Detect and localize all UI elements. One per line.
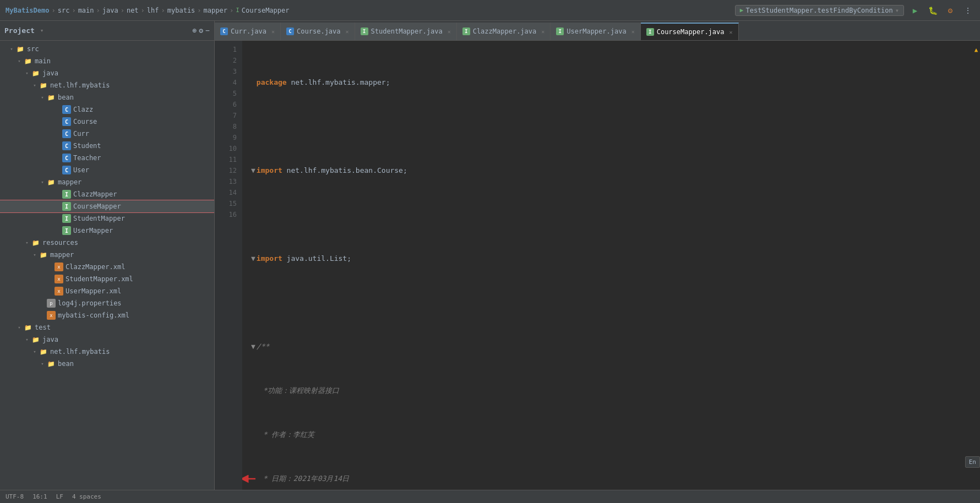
tab-close-course[interactable]: ✕ [346, 29, 349, 35]
fold-arrow-5[interactable]: ▼ [251, 253, 255, 264]
breadcrumb-project[interactable]: MyBatisDemo [6, 7, 49, 14]
tab-close-studentmapper[interactable]: ✕ [448, 29, 451, 35]
tree-item-resources[interactable]: ▾ 📁 resources [0, 237, 214, 249]
tree-item-java[interactable]: ▾ 📁 java [0, 67, 214, 79]
run-config-chevron: ▾ [895, 7, 899, 14]
tab-coursemapper[interactable]: I CourseMapper.java ✕ [641, 23, 739, 40]
status-indent[interactable]: 4 spaces [72, 493, 101, 500]
tab-course[interactable]: C Course.java ✕ [281, 23, 355, 40]
tab-usermapper[interactable]: I UserMapper.java ✕ [551, 23, 640, 40]
tree-item-usermapper[interactable]: ▸ I UserMapper [0, 225, 214, 237]
project-tree: ▾ 📁 src ▾ 📁 main ▾ 📁 java ▾ [0, 41, 214, 490]
tab-close-coursemapper[interactable]: ✕ [729, 29, 733, 35]
run-button[interactable]: ▶ [908, 4, 922, 17]
tab-label-usermapper: UserMapper.java [567, 28, 626, 35]
status-line-col[interactable]: 16:1 [32, 493, 47, 500]
tab-close-clazzmapper[interactable]: ✕ [541, 29, 545, 35]
tree-item-student[interactable]: ▸ C Student [0, 140, 214, 152]
package-icon: 📁 [39, 348, 48, 356]
fold-arrow-7[interactable]: ▼ [251, 341, 255, 352]
xml-icon: x [54, 275, 64, 283]
tab-clazzmapper[interactable]: I ClazzMapper.java ✕ [457, 23, 551, 40]
xml-icon: x [54, 287, 64, 296]
tree-item-src[interactable]: ▾ 📁 src [0, 43, 214, 55]
tree-item-studentmapper[interactable]: ▸ I StudentMapper [0, 212, 214, 225]
class-icon: C [62, 154, 72, 162]
tree-item-mybatis-config[interactable]: ▸ x mybatis-config.xml [0, 309, 214, 321]
sidebar-dropdown-arrow[interactable]: ▾ [40, 27, 44, 34]
interface-icon: I [62, 214, 72, 223]
interface-tab-icon: I [361, 28, 368, 35]
tab-close-curr[interactable]: ✕ [271, 29, 275, 35]
tree-item-curr[interactable]: ▸ C Curr [0, 128, 214, 140]
fold-arrow-3[interactable]: ▼ [251, 165, 255, 176]
tree-item-log4j[interactable]: ▸ p log4j.properties [0, 297, 214, 309]
code-content[interactable]: ▼ package net.lhf.mybatis.mapper; ▼ impo… [242, 41, 972, 490]
sidebar-tools: ⊕ ⚙ − [193, 26, 210, 35]
breadcrumb-src[interactable]: src [58, 7, 70, 14]
tree-item-mapper-res[interactable]: ▾ 📁 mapper [0, 249, 214, 261]
locate-icon[interactable]: ⊕ [193, 26, 197, 35]
tree-item-course[interactable]: ▸ C Course [0, 116, 214, 128]
run-config-label: TestStudentMapper.testFindByCondition [745, 7, 892, 14]
code-line-5: ▼ import java.util.List; [251, 253, 972, 264]
code-line-8: *功能：课程映射器接口 [251, 385, 972, 396]
code-line-10: * 日期：2021年03月14日 [251, 473, 972, 484]
breadcrumb-net[interactable]: net [127, 7, 139, 14]
class-icon: C [62, 129, 72, 138]
tab-studentmapper[interactable]: I StudentMapper.java ✕ [355, 23, 457, 40]
tree-item-usermapper-xml[interactable]: ▸ x UserMapper.xml [0, 285, 214, 297]
interface-icon: I [62, 190, 72, 199]
code-line-3: ▼ import net.lhf.mybatis.bean.Course; [251, 165, 972, 176]
tab-label-course: Course.java [297, 28, 340, 35]
breadcrumb-lhf[interactable]: lhf [147, 7, 159, 14]
tree-item-java-test[interactable]: ▾ 📁 java [0, 333, 214, 346]
tab-curr[interactable]: C Curr.java ✕ [215, 23, 281, 40]
encoding-badge: En [965, 456, 980, 468]
tree-item-package-test[interactable]: ▾ 📁 net.lhf.mybatis [0, 346, 214, 358]
top-bar: MyBatisDemo › src › main › java › net › … [0, 0, 980, 21]
xml-icon: x [54, 263, 64, 271]
tab-close-usermapper[interactable]: ✕ [631, 29, 635, 35]
build-button[interactable]: ⚙ [944, 4, 957, 17]
class-icon: C [62, 105, 72, 114]
tab-label-coursemapper: CourseMapper.java [657, 28, 725, 36]
breadcrumb-java[interactable]: java [102, 7, 118, 14]
minimize-icon[interactable]: − [205, 26, 210, 35]
tree-item-clazzmapper[interactable]: ▸ I ClazzMapper [0, 188, 214, 200]
settings-icon[interactable]: ⚙ [199, 26, 203, 35]
tree-item-coursemapper[interactable]: ▸ I CourseMapper [0, 200, 214, 212]
tree-item-bean[interactable]: ▾ 📁 bean [0, 91, 214, 103]
sidebar-header: Project ▾ ⊕ ⚙ − [0, 21, 214, 41]
run-config-dropdown[interactable]: ▶ TestStudentMapper.testFindByCondition … [735, 5, 904, 16]
tree-item-clazzmapper-xml[interactable]: ▸ x ClazzMapper.xml [0, 261, 214, 273]
status-bar: UTF-8 16:1 LF 4 spaces [0, 490, 980, 503]
status-encoding[interactable]: UTF-8 [6, 493, 24, 500]
keyword: package [257, 77, 287, 88]
tree-item-user[interactable]: ▸ C User [0, 164, 214, 176]
tab-label-studentmapper: StudentMapper.java [371, 28, 443, 35]
tree-item-main[interactable]: ▾ 📁 main [0, 55, 214, 67]
tree-item-teacher[interactable]: ▸ C Teacher [0, 152, 214, 164]
breadcrumb: MyBatisDemo › src › main › java › net › … [6, 7, 290, 14]
breadcrumb-mapper[interactable]: mapper [204, 7, 227, 14]
main-layout: Project ▾ ⊕ ⚙ − ▾ 📁 src ▾ 📁 main [0, 21, 980, 490]
breadcrumb-mybatis[interactable]: mybatis [167, 7, 195, 14]
sidebar: Project ▾ ⊕ ⚙ − ▾ 📁 src ▾ 📁 main [0, 21, 215, 490]
code-line-6 [251, 297, 972, 308]
folder-icon: 📁 [39, 252, 48, 259]
code-area[interactable]: 1 2 3 4 5 6 7 8 9 10 11 12 13 14 15 16 [215, 41, 980, 490]
code-line-9: * 作者：李红芙 [251, 429, 972, 440]
folder-icon: 📁 [46, 360, 56, 368]
tree-item-mapper[interactable]: ▾ 📁 mapper [0, 176, 214, 188]
folder-icon: 📁 [46, 94, 56, 101]
status-crlf[interactable]: LF [56, 493, 63, 500]
debug-button[interactable]: 🐛 [926, 4, 939, 17]
tree-item-package[interactable]: ▾ 📁 net.lhf.mybatis [0, 79, 214, 91]
more-button[interactable]: ⋮ [961, 4, 974, 17]
breadcrumb-main[interactable]: main [78, 7, 94, 14]
tree-item-bean-test[interactable]: ▾ 📁 bean [0, 358, 214, 370]
tree-item-test[interactable]: ▾ 📁 test [0, 321, 214, 333]
tree-item-studentmapper-xml[interactable]: ▸ x StudentMapper.xml [0, 273, 214, 285]
tree-item-clazz[interactable]: ▸ C Clazz [0, 103, 214, 116]
